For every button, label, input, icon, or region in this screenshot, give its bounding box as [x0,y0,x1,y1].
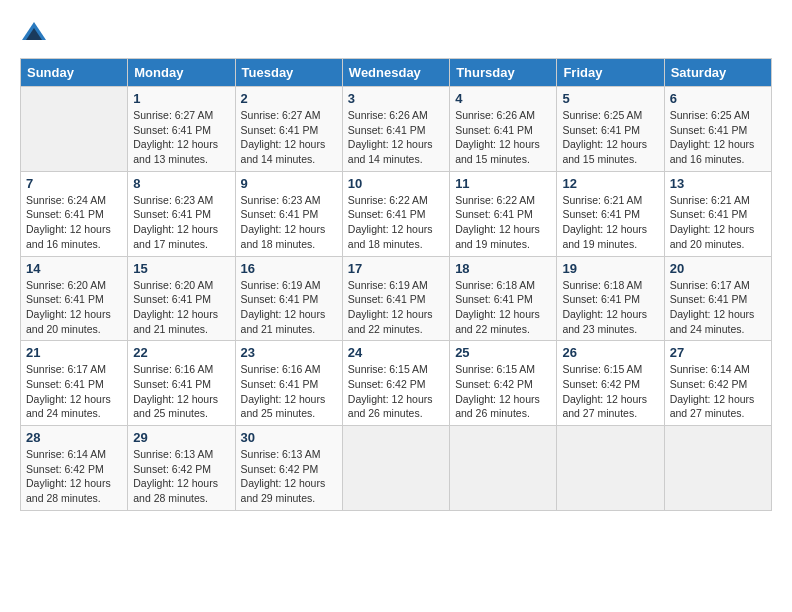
day-info: Sunrise: 6:26 AMSunset: 6:41 PMDaylight:… [348,108,444,167]
day-number: 30 [241,430,337,445]
day-cell: 7Sunrise: 6:24 AMSunset: 6:41 PMDaylight… [21,171,128,256]
day-number: 22 [133,345,229,360]
col-header-monday: Monday [128,59,235,87]
day-cell: 22Sunrise: 6:16 AMSunset: 6:41 PMDayligh… [128,341,235,426]
day-number: 9 [241,176,337,191]
day-number: 12 [562,176,658,191]
day-cell [557,426,664,511]
col-header-sunday: Sunday [21,59,128,87]
day-number: 11 [455,176,551,191]
day-info: Sunrise: 6:15 AMSunset: 6:42 PMDaylight:… [562,362,658,421]
day-cell: 12Sunrise: 6:21 AMSunset: 6:41 PMDayligh… [557,171,664,256]
day-number: 27 [670,345,766,360]
day-number: 10 [348,176,444,191]
day-info: Sunrise: 6:13 AMSunset: 6:42 PMDaylight:… [241,447,337,506]
day-number: 16 [241,261,337,276]
day-number: 14 [26,261,122,276]
day-info: Sunrise: 6:17 AMSunset: 6:41 PMDaylight:… [26,362,122,421]
day-info: Sunrise: 6:19 AMSunset: 6:41 PMDaylight:… [348,278,444,337]
page-header [20,20,772,48]
day-info: Sunrise: 6:23 AMSunset: 6:41 PMDaylight:… [133,193,229,252]
day-cell: 18Sunrise: 6:18 AMSunset: 6:41 PMDayligh… [450,256,557,341]
day-cell [21,87,128,172]
day-info: Sunrise: 6:22 AMSunset: 6:41 PMDaylight:… [348,193,444,252]
day-info: Sunrise: 6:19 AMSunset: 6:41 PMDaylight:… [241,278,337,337]
day-cell: 29Sunrise: 6:13 AMSunset: 6:42 PMDayligh… [128,426,235,511]
week-row-1: 1Sunrise: 6:27 AMSunset: 6:41 PMDaylight… [21,87,772,172]
day-number: 18 [455,261,551,276]
day-cell: 2Sunrise: 6:27 AMSunset: 6:41 PMDaylight… [235,87,342,172]
day-number: 3 [348,91,444,106]
day-info: Sunrise: 6:14 AMSunset: 6:42 PMDaylight:… [26,447,122,506]
day-info: Sunrise: 6:25 AMSunset: 6:41 PMDaylight:… [670,108,766,167]
day-info: Sunrise: 6:23 AMSunset: 6:41 PMDaylight:… [241,193,337,252]
day-cell: 10Sunrise: 6:22 AMSunset: 6:41 PMDayligh… [342,171,449,256]
day-cell: 21Sunrise: 6:17 AMSunset: 6:41 PMDayligh… [21,341,128,426]
day-number: 20 [670,261,766,276]
day-info: Sunrise: 6:20 AMSunset: 6:41 PMDaylight:… [26,278,122,337]
day-cell: 16Sunrise: 6:19 AMSunset: 6:41 PMDayligh… [235,256,342,341]
day-cell: 28Sunrise: 6:14 AMSunset: 6:42 PMDayligh… [21,426,128,511]
day-number: 1 [133,91,229,106]
day-info: Sunrise: 6:22 AMSunset: 6:41 PMDaylight:… [455,193,551,252]
week-row-5: 28Sunrise: 6:14 AMSunset: 6:42 PMDayligh… [21,426,772,511]
day-info: Sunrise: 6:24 AMSunset: 6:41 PMDaylight:… [26,193,122,252]
day-info: Sunrise: 6:27 AMSunset: 6:41 PMDaylight:… [241,108,337,167]
day-cell [450,426,557,511]
day-number: 17 [348,261,444,276]
day-number: 6 [670,91,766,106]
day-number: 21 [26,345,122,360]
day-cell: 6Sunrise: 6:25 AMSunset: 6:41 PMDaylight… [664,87,771,172]
day-number: 26 [562,345,658,360]
day-cell: 14Sunrise: 6:20 AMSunset: 6:41 PMDayligh… [21,256,128,341]
day-number: 13 [670,176,766,191]
day-number: 24 [348,345,444,360]
calendar-table: SundayMondayTuesdayWednesdayThursdayFrid… [20,58,772,511]
day-number: 15 [133,261,229,276]
day-number: 25 [455,345,551,360]
day-info: Sunrise: 6:25 AMSunset: 6:41 PMDaylight:… [562,108,658,167]
col-header-wednesday: Wednesday [342,59,449,87]
day-cell: 25Sunrise: 6:15 AMSunset: 6:42 PMDayligh… [450,341,557,426]
day-info: Sunrise: 6:18 AMSunset: 6:41 PMDaylight:… [562,278,658,337]
day-info: Sunrise: 6:21 AMSunset: 6:41 PMDaylight:… [562,193,658,252]
day-cell: 3Sunrise: 6:26 AMSunset: 6:41 PMDaylight… [342,87,449,172]
day-cell [664,426,771,511]
day-info: Sunrise: 6:13 AMSunset: 6:42 PMDaylight:… [133,447,229,506]
day-cell: 19Sunrise: 6:18 AMSunset: 6:41 PMDayligh… [557,256,664,341]
week-row-2: 7Sunrise: 6:24 AMSunset: 6:41 PMDaylight… [21,171,772,256]
day-info: Sunrise: 6:15 AMSunset: 6:42 PMDaylight:… [455,362,551,421]
day-number: 7 [26,176,122,191]
day-cell: 20Sunrise: 6:17 AMSunset: 6:41 PMDayligh… [664,256,771,341]
day-number: 4 [455,91,551,106]
day-cell: 9Sunrise: 6:23 AMSunset: 6:41 PMDaylight… [235,171,342,256]
day-cell: 30Sunrise: 6:13 AMSunset: 6:42 PMDayligh… [235,426,342,511]
day-cell [342,426,449,511]
day-cell: 5Sunrise: 6:25 AMSunset: 6:41 PMDaylight… [557,87,664,172]
day-info: Sunrise: 6:26 AMSunset: 6:41 PMDaylight:… [455,108,551,167]
col-header-friday: Friday [557,59,664,87]
day-info: Sunrise: 6:18 AMSunset: 6:41 PMDaylight:… [455,278,551,337]
day-info: Sunrise: 6:16 AMSunset: 6:41 PMDaylight:… [133,362,229,421]
day-info: Sunrise: 6:15 AMSunset: 6:42 PMDaylight:… [348,362,444,421]
week-row-3: 14Sunrise: 6:20 AMSunset: 6:41 PMDayligh… [21,256,772,341]
day-cell: 13Sunrise: 6:21 AMSunset: 6:41 PMDayligh… [664,171,771,256]
day-cell: 15Sunrise: 6:20 AMSunset: 6:41 PMDayligh… [128,256,235,341]
logo-icon [20,20,48,48]
day-number: 19 [562,261,658,276]
day-info: Sunrise: 6:21 AMSunset: 6:41 PMDaylight:… [670,193,766,252]
day-cell: 23Sunrise: 6:16 AMSunset: 6:41 PMDayligh… [235,341,342,426]
week-row-4: 21Sunrise: 6:17 AMSunset: 6:41 PMDayligh… [21,341,772,426]
day-info: Sunrise: 6:17 AMSunset: 6:41 PMDaylight:… [670,278,766,337]
day-info: Sunrise: 6:14 AMSunset: 6:42 PMDaylight:… [670,362,766,421]
day-info: Sunrise: 6:16 AMSunset: 6:41 PMDaylight:… [241,362,337,421]
col-header-saturday: Saturday [664,59,771,87]
col-header-tuesday: Tuesday [235,59,342,87]
day-cell: 8Sunrise: 6:23 AMSunset: 6:41 PMDaylight… [128,171,235,256]
col-header-thursday: Thursday [450,59,557,87]
day-number: 5 [562,91,658,106]
day-number: 28 [26,430,122,445]
day-cell: 4Sunrise: 6:26 AMSunset: 6:41 PMDaylight… [450,87,557,172]
day-cell: 24Sunrise: 6:15 AMSunset: 6:42 PMDayligh… [342,341,449,426]
day-number: 23 [241,345,337,360]
